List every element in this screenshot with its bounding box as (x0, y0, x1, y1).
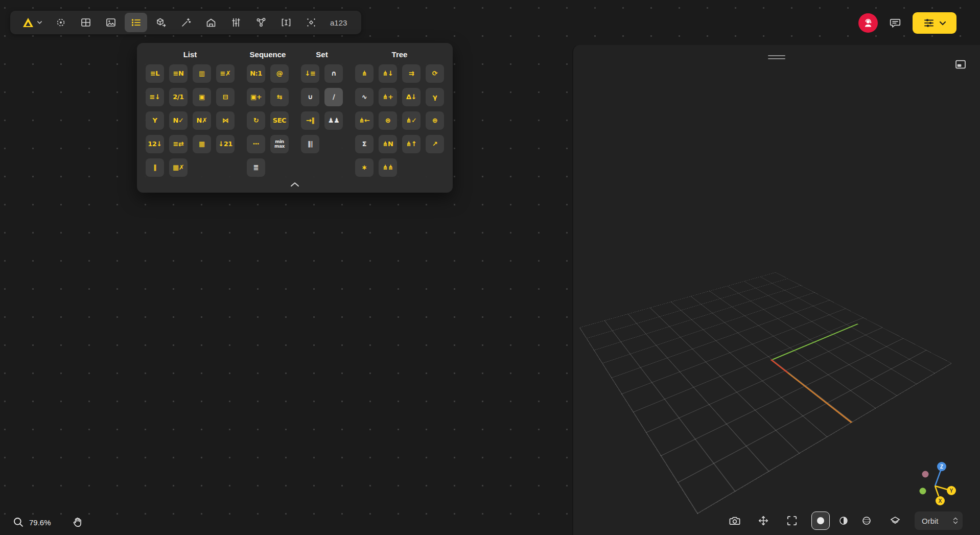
longest-list-button[interactable]: ▣ (193, 88, 211, 106)
shading-wireframe-button[interactable] (857, 511, 876, 530)
comments-button[interactable] (885, 13, 905, 33)
image-button[interactable] (100, 13, 122, 32)
camera-mode-select[interactable]: Orbit (915, 511, 963, 530)
orientation-gizmo[interactable]: Z Y X (917, 458, 960, 509)
app-logo-button[interactable] (17, 13, 47, 32)
member-index-button[interactable]: →‖ (301, 111, 319, 130)
cross-reference-button[interactable]: ▦✗ (169, 158, 188, 177)
category-title: List (183, 50, 197, 59)
category-grid: ↓≡∩∪∕→‖♟♟‖| (301, 64, 343, 153)
nodes-button[interactable] (300, 13, 322, 32)
y-axis-line (772, 323, 858, 360)
fullscreen-button[interactable] (783, 511, 801, 530)
jitter-button[interactable]: ⇆ (270, 88, 289, 106)
graph-button[interactable] (250, 13, 272, 32)
visibility-button[interactable] (50, 13, 72, 32)
range-button[interactable]: N:1 (247, 64, 265, 83)
trim-tree-button[interactable]: ⋔⋔ (379, 158, 397, 177)
list-item-button[interactable]: ≡N (169, 64, 188, 83)
explode-tree-button[interactable]: ⟳ (426, 64, 444, 83)
sift-pattern-button[interactable]: ▦ (193, 135, 211, 153)
pan-view-button[interactable] (754, 511, 773, 530)
flip-matrix-button[interactable]: ⊛ (379, 111, 397, 130)
category-title: Tree (392, 50, 408, 59)
zoom-button[interactable] (12, 516, 25, 528)
viewport-3d[interactable]: Z Y X (572, 45, 980, 535)
random-range-button[interactable]: min max (270, 135, 289, 153)
screenshot-button[interactable] (726, 511, 744, 530)
entwine-button[interactable]: ⇉ (402, 64, 421, 83)
node-graph-icon (255, 17, 267, 28)
graft-tree-button[interactable]: ⋔+ (379, 88, 397, 106)
sort-list-button[interactable]: 12↓ (146, 135, 164, 153)
null-item-button[interactable]: ⊟ (216, 88, 235, 106)
replace-nulls-button[interactable]: N✗ (193, 111, 211, 130)
tree-branch-button[interactable]: ∗ (355, 158, 374, 177)
viewport-resize-handle[interactable] (768, 53, 785, 61)
graph-name-label[interactable]: a123 (325, 18, 354, 27)
settings-dropdown-button[interactable] (913, 12, 956, 34)
weave-button[interactable]: ⋈ (216, 111, 235, 130)
replace-items-button[interactable]: N✓ (169, 111, 188, 130)
magnifier-icon (12, 516, 25, 528)
pip-toggle-button[interactable] (954, 58, 967, 72)
table-button[interactable] (75, 13, 97, 32)
dispatch-button[interactable]: ≡✗ (216, 64, 235, 83)
tree-statistics-button[interactable]: Σ (355, 135, 374, 153)
item-index-button[interactable]: 2/1 (169, 88, 188, 106)
image-icon (105, 17, 116, 28)
sub-set-icon: ‖| (308, 141, 313, 148)
insert-items-button[interactable]: ≡↓ (146, 88, 164, 106)
category-grid: N:1@▣+⇆↻SEC⋯min max≣ (247, 64, 289, 177)
list-length-button[interactable]: ≡L (146, 64, 164, 83)
sequence-button[interactable]: SEC (270, 111, 289, 130)
tree-item-icon: ⋔N (383, 141, 393, 148)
components-list-button[interactable] (125, 13, 147, 32)
cube-export-icon (155, 17, 167, 28)
clean-tree-button[interactable]: ↗ (426, 135, 444, 153)
building-button[interactable] (200, 13, 222, 32)
combine-data-button[interactable]: ‖ (146, 158, 164, 177)
magic-wand-button[interactable] (175, 13, 197, 32)
repeat-data-button[interactable]: ↻ (247, 111, 265, 130)
series-button[interactable]: ⋯ (247, 135, 265, 153)
sequence-icon: SEC (273, 117, 286, 124)
export-node-button[interactable] (150, 13, 172, 32)
simplify-tree-button[interactable]: γ (426, 88, 444, 106)
partition-list-button[interactable]: ▥ (193, 64, 211, 83)
unflatten-tree-button[interactable]: ⋔↑ (402, 135, 421, 153)
deconstruct-tree-button[interactable]: ⋔↓ (379, 64, 397, 83)
merge-tree-button[interactable]: ⊕ (426, 111, 444, 130)
pick-and-choose-button[interactable]: Y (146, 111, 164, 130)
avatar[interactable] (858, 13, 878, 33)
set-intersection-button[interactable]: ∩ (324, 64, 343, 83)
wireframe-sphere-icon (861, 515, 872, 526)
tree-item-button[interactable]: ⋔N (379, 135, 397, 153)
flatten-tree-button[interactable]: ∿ (355, 88, 374, 106)
construct-tree-button[interactable]: ⋔ (355, 64, 374, 83)
pan-mode-button[interactable] (72, 516, 84, 528)
duplicate-data-button[interactable]: ▣+ (247, 88, 265, 106)
layers-button[interactable] (886, 511, 904, 530)
text-field-button[interactable] (275, 13, 297, 32)
graft-tree-icon: ⋔+ (383, 94, 393, 101)
stack-data-button[interactable]: ≣ (247, 158, 265, 177)
create-set-button[interactable]: ↓≡ (301, 64, 319, 83)
category-tree: Tree ⋔⋔↓⇉⟳∿⋔+Δ↓γ⋔←⊛⋔✓⊕Σ⋔N⋔↑↗∗⋔⋔ (355, 49, 444, 177)
camera-mode-value: Orbit (922, 517, 939, 525)
set-difference-button[interactable]: ∕ (324, 88, 343, 106)
shading-shaded-button[interactable] (811, 511, 830, 530)
match-tree-button[interactable]: ⋔✓ (402, 111, 421, 130)
prune-tree-button[interactable]: Δ↓ (402, 88, 421, 106)
disjoint-button[interactable]: ♟♟ (324, 111, 343, 130)
shading-material-button[interactable] (834, 511, 853, 530)
tune-button[interactable] (225, 13, 247, 32)
shift-paths-button[interactable]: ⋔← (355, 111, 374, 130)
fibonacci-button[interactable]: @ (270, 64, 289, 83)
shift-list-button[interactable]: ≡⇄ (169, 135, 188, 153)
set-union-button[interactable]: ∪ (301, 88, 319, 106)
fibonacci-icon: @ (276, 70, 283, 77)
sub-set-button[interactable]: ‖| (301, 135, 319, 153)
reverse-list-button[interactable]: ↓21 (216, 135, 235, 153)
collapse-panel-button[interactable] (283, 180, 307, 190)
